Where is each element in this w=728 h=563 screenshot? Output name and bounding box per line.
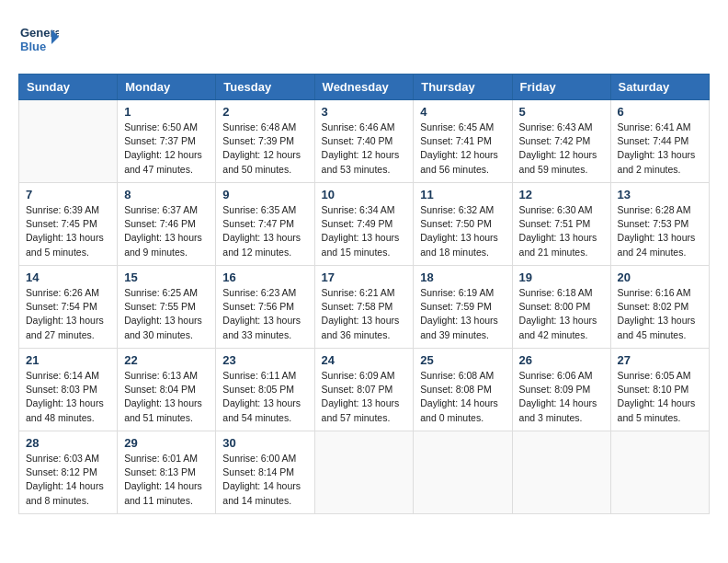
day-cell <box>19 100 118 183</box>
day-cell: 14Sunrise: 6:26 AM Sunset: 7:54 PM Dayli… <box>19 266 118 349</box>
day-number: 22 <box>124 353 209 367</box>
day-cell: 9Sunrise: 6:35 AM Sunset: 7:47 PM Daylig… <box>216 183 314 266</box>
weekday-header-tuesday: Tuesday <box>216 75 314 100</box>
day-number: 12 <box>519 188 604 201</box>
day-cell: 20Sunrise: 6:16 AM Sunset: 8:02 PM Dayli… <box>610 266 709 349</box>
day-info: Sunrise: 6:11 AM Sunset: 8:05 PM Dayligh… <box>222 369 307 425</box>
day-number: 17 <box>322 270 407 284</box>
day-cell: 10Sunrise: 6:34 AM Sunset: 7:49 PM Dayli… <box>314 183 414 266</box>
day-cell: 28Sunrise: 6:03 AM Sunset: 8:12 PM Dayli… <box>19 431 118 514</box>
day-info: Sunrise: 6:23 AM Sunset: 7:56 PM Dayligh… <box>222 286 307 342</box>
day-number: 13 <box>618 188 702 201</box>
day-info: Sunrise: 6:05 AM Sunset: 8:10 PM Dayligh… <box>618 369 702 425</box>
day-cell: 19Sunrise: 6:18 AM Sunset: 8:00 PM Dayli… <box>512 266 610 349</box>
day-number: 8 <box>124 188 209 201</box>
day-cell <box>610 431 709 514</box>
day-cell: 8Sunrise: 6:37 AM Sunset: 7:46 PM Daylig… <box>118 183 216 266</box>
day-info: Sunrise: 6:37 AM Sunset: 7:46 PM Dayligh… <box>124 203 209 259</box>
day-info: Sunrise: 6:14 AM Sunset: 8:03 PM Dayligh… <box>26 369 110 425</box>
day-number: 20 <box>618 270 702 284</box>
day-info: Sunrise: 6:35 AM Sunset: 7:47 PM Dayligh… <box>222 203 307 259</box>
day-info: Sunrise: 6:26 AM Sunset: 7:54 PM Dayligh… <box>26 286 110 342</box>
day-cell: 4Sunrise: 6:45 AM Sunset: 7:41 PM Daylig… <box>414 100 512 183</box>
day-number: 9 <box>222 188 307 201</box>
day-info: Sunrise: 6:30 AM Sunset: 7:51 PM Dayligh… <box>519 203 604 259</box>
day-info: Sunrise: 6:01 AM Sunset: 8:13 PM Dayligh… <box>124 452 209 508</box>
logo-icon: General Blue <box>18 18 59 59</box>
day-cell: 22Sunrise: 6:13 AM Sunset: 8:04 PM Dayli… <box>118 349 216 431</box>
day-cell: 26Sunrise: 6:06 AM Sunset: 8:09 PM Dayli… <box>512 349 610 431</box>
day-number: 27 <box>618 353 702 367</box>
logo: General Blue <box>18 18 59 59</box>
day-info: Sunrise: 6:28 AM Sunset: 7:53 PM Dayligh… <box>618 203 702 259</box>
week-row-5: 28Sunrise: 6:03 AM Sunset: 8:12 PM Dayli… <box>19 431 710 514</box>
day-cell: 7Sunrise: 6:39 AM Sunset: 7:45 PM Daylig… <box>19 183 118 266</box>
day-cell: 16Sunrise: 6:23 AM Sunset: 7:56 PM Dayli… <box>216 266 314 349</box>
day-number: 5 <box>519 105 604 119</box>
day-number: 30 <box>222 436 307 450</box>
day-cell: 24Sunrise: 6:09 AM Sunset: 8:07 PM Dayli… <box>314 349 414 431</box>
day-info: Sunrise: 6:41 AM Sunset: 7:44 PM Dayligh… <box>618 121 702 177</box>
day-info: Sunrise: 6:34 AM Sunset: 7:49 PM Dayligh… <box>322 203 407 259</box>
weekday-header-monday: Monday <box>118 75 216 100</box>
day-info: Sunrise: 6:19 AM Sunset: 7:59 PM Dayligh… <box>420 286 505 342</box>
day-number: 26 <box>519 353 604 367</box>
day-info: Sunrise: 6:06 AM Sunset: 8:09 PM Dayligh… <box>519 369 604 425</box>
day-cell <box>314 431 414 514</box>
day-info: Sunrise: 6:32 AM Sunset: 7:50 PM Dayligh… <box>420 203 505 259</box>
weekday-header-thursday: Thursday <box>414 75 512 100</box>
day-cell: 11Sunrise: 6:32 AM Sunset: 7:50 PM Dayli… <box>414 183 512 266</box>
day-cell: 15Sunrise: 6:25 AM Sunset: 7:55 PM Dayli… <box>118 266 216 349</box>
day-number: 15 <box>124 270 209 284</box>
day-number: 29 <box>124 436 209 450</box>
day-info: Sunrise: 6:03 AM Sunset: 8:12 PM Dayligh… <box>26 452 110 508</box>
day-info: Sunrise: 6:00 AM Sunset: 8:14 PM Dayligh… <box>222 452 307 508</box>
weekday-header-saturday: Saturday <box>610 75 709 100</box>
day-info: Sunrise: 6:45 AM Sunset: 7:41 PM Dayligh… <box>420 121 505 177</box>
day-number: 7 <box>26 188 110 201</box>
day-number: 4 <box>420 105 505 119</box>
day-number: 2 <box>222 105 307 119</box>
day-info: Sunrise: 6:39 AM Sunset: 7:45 PM Dayligh… <box>26 203 110 259</box>
day-cell: 2Sunrise: 6:48 AM Sunset: 7:39 PM Daylig… <box>216 100 314 183</box>
day-cell: 13Sunrise: 6:28 AM Sunset: 7:53 PM Dayli… <box>610 183 709 266</box>
day-info: Sunrise: 6:25 AM Sunset: 7:55 PM Dayligh… <box>124 286 209 342</box>
weekday-header-sunday: Sunday <box>19 75 118 100</box>
day-number: 19 <box>519 270 604 284</box>
day-cell <box>414 431 512 514</box>
day-number: 6 <box>618 105 702 119</box>
day-cell: 1Sunrise: 6:50 AM Sunset: 7:37 PM Daylig… <box>118 100 216 183</box>
week-row-1: 1Sunrise: 6:50 AM Sunset: 7:37 PM Daylig… <box>19 100 710 183</box>
day-info: Sunrise: 6:50 AM Sunset: 7:37 PM Dayligh… <box>124 121 209 177</box>
day-number: 16 <box>222 270 307 284</box>
day-cell: 29Sunrise: 6:01 AM Sunset: 8:13 PM Dayli… <box>118 431 216 514</box>
week-row-2: 7Sunrise: 6:39 AM Sunset: 7:45 PM Daylig… <box>19 183 710 266</box>
day-cell: 12Sunrise: 6:30 AM Sunset: 7:51 PM Dayli… <box>512 183 610 266</box>
day-cell: 17Sunrise: 6:21 AM Sunset: 7:58 PM Dayli… <box>314 266 414 349</box>
week-row-3: 14Sunrise: 6:26 AM Sunset: 7:54 PM Dayli… <box>19 266 710 349</box>
day-cell: 5Sunrise: 6:43 AM Sunset: 7:42 PM Daylig… <box>512 100 610 183</box>
day-number: 24 <box>322 353 407 367</box>
calendar-table: SundayMondayTuesdayWednesdayThursdayFrid… <box>18 74 710 514</box>
day-info: Sunrise: 6:43 AM Sunset: 7:42 PM Dayligh… <box>519 121 604 177</box>
day-info: Sunrise: 6:08 AM Sunset: 8:08 PM Dayligh… <box>420 369 505 425</box>
day-cell: 6Sunrise: 6:41 AM Sunset: 7:44 PM Daylig… <box>610 100 709 183</box>
page-header: General Blue <box>18 18 710 59</box>
day-cell: 21Sunrise: 6:14 AM Sunset: 8:03 PM Dayli… <box>19 349 118 431</box>
day-cell: 25Sunrise: 6:08 AM Sunset: 8:08 PM Dayli… <box>414 349 512 431</box>
day-number: 18 <box>420 270 505 284</box>
day-info: Sunrise: 6:18 AM Sunset: 8:00 PM Dayligh… <box>519 286 604 342</box>
day-number: 10 <box>322 188 407 201</box>
weekday-header-friday: Friday <box>512 75 610 100</box>
weekday-header-row: SundayMondayTuesdayWednesdayThursdayFrid… <box>19 75 710 100</box>
day-info: Sunrise: 6:48 AM Sunset: 7:39 PM Dayligh… <box>222 121 307 177</box>
day-cell: 30Sunrise: 6:00 AM Sunset: 8:14 PM Dayli… <box>216 431 314 514</box>
day-cell: 23Sunrise: 6:11 AM Sunset: 8:05 PM Dayli… <box>216 349 314 431</box>
weekday-header-wednesday: Wednesday <box>314 75 414 100</box>
day-cell <box>512 431 610 514</box>
day-number: 23 <box>222 353 307 367</box>
day-number: 3 <box>322 105 407 119</box>
day-number: 1 <box>124 105 209 119</box>
day-info: Sunrise: 6:13 AM Sunset: 8:04 PM Dayligh… <box>124 369 209 425</box>
day-info: Sunrise: 6:46 AM Sunset: 7:40 PM Dayligh… <box>322 121 407 177</box>
